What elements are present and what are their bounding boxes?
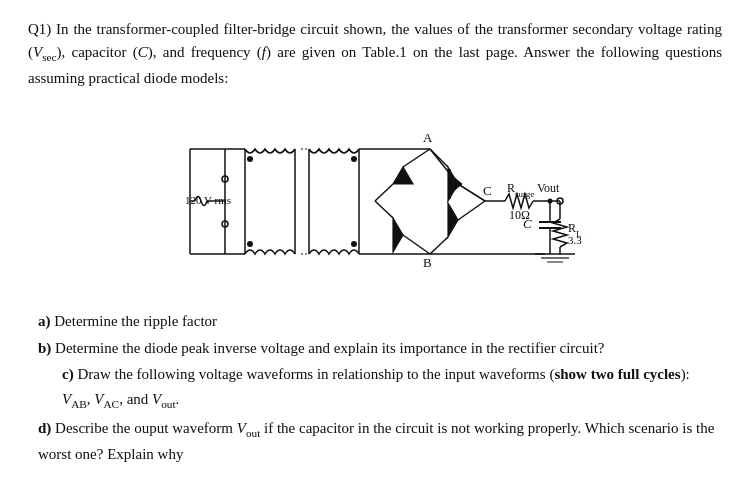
svg-text:A: A bbox=[423, 130, 433, 145]
svg-point-5 bbox=[247, 156, 253, 162]
svg-line-32 bbox=[403, 235, 430, 254]
question-number: Q1) bbox=[28, 21, 51, 37]
svg-point-11 bbox=[351, 156, 357, 162]
part-d: d) Describe the ouput waveform Vout if t… bbox=[38, 416, 722, 467]
svg-marker-28 bbox=[393, 167, 413, 184]
svg-line-29 bbox=[403, 149, 430, 167]
svg-point-6 bbox=[247, 241, 253, 247]
svg-line-30 bbox=[375, 201, 393, 218]
circuit-svg: A B bbox=[165, 104, 585, 299]
svg-marker-25 bbox=[448, 203, 458, 237]
question-intro: In the transformer-coupled filter-bridge… bbox=[28, 21, 722, 86]
question-block: Q1) In the transformer-coupled filter-br… bbox=[28, 18, 722, 90]
part-a: a) Determine the ripple factor bbox=[38, 309, 722, 334]
svg-text:120 V rms: 120 V rms bbox=[185, 194, 231, 206]
svg-line-24 bbox=[430, 237, 448, 254]
svg-text:Rsurge: Rsurge bbox=[507, 181, 534, 199]
svg-text:C: C bbox=[483, 183, 492, 198]
question-parts: a) Determine the ripple factor b) Determ… bbox=[28, 309, 722, 467]
svg-marker-22 bbox=[448, 167, 458, 201]
svg-line-23 bbox=[458, 184, 485, 201]
svg-point-12 bbox=[351, 241, 357, 247]
svg-line-26 bbox=[458, 201, 485, 220]
svg-text:B: B bbox=[423, 255, 432, 270]
svg-text:C: C bbox=[523, 216, 532, 231]
svg-line-27 bbox=[375, 184, 393, 201]
circuit-diagram: A B bbox=[28, 104, 722, 299]
svg-text:3.3 kΩ: 3.3 kΩ bbox=[568, 234, 585, 246]
part-b: b) Determine the diode peak inverse volt… bbox=[38, 336, 722, 361]
svg-line-21 bbox=[430, 149, 448, 167]
svg-marker-31 bbox=[393, 218, 403, 252]
part-c: c) Draw the following voltage waveforms … bbox=[38, 362, 722, 413]
svg-text:Vout: Vout bbox=[537, 181, 560, 195]
